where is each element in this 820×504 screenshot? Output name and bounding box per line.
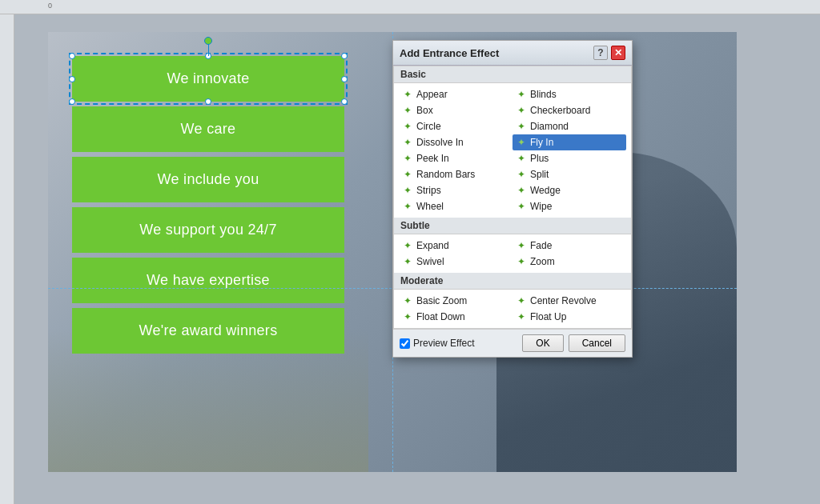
btn-award[interactable]: We're award winners (72, 308, 344, 354)
buttons-stack: We innovate We care We include you We su… (72, 56, 344, 358)
diamond-icon: ✦ (516, 121, 527, 132)
peek-in-icon: ✦ (402, 153, 413, 164)
zoom-label: Zoom (530, 256, 555, 267)
effect-basic-zoom[interactable]: ✦ Basic Zoom (399, 293, 512, 309)
section-moderate-header: Moderate (394, 273, 631, 290)
effect-peek-in[interactable]: ✦ Peek In (399, 150, 512, 166)
basic-zoom-label: Basic Zoom (416, 295, 467, 306)
dialog-titlebar: Add Entrance Effect ? ✕ (393, 41, 632, 66)
effect-wipe[interactable]: ✦ Wipe (512, 198, 626, 214)
strips-icon: ✦ (402, 185, 413, 196)
moderate-effects-grid: ✦ Basic Zoom ✦ Center Revolve ✦ Float Do… (394, 290, 631, 328)
rotation-handle[interactable] (204, 37, 212, 45)
center-revolve-icon: ✦ (516, 295, 527, 306)
plus-label: Plus (530, 153, 549, 164)
effect-wheel[interactable]: ✦ Wheel (399, 198, 512, 214)
effect-blinds[interactable]: ✦ Blinds (512, 86, 626, 102)
effect-dissolve-in[interactable]: ✦ Dissolve In (399, 134, 512, 150)
btn-innovate[interactable]: We innovate (72, 56, 344, 102)
dialog-help-button[interactable]: ? (593, 46, 608, 60)
handle-mid-right[interactable] (341, 76, 348, 82)
dialog-controls: ? ✕ (593, 46, 625, 60)
effect-float-up[interactable]: ✦ Float Up (512, 309, 626, 325)
appear-label: Appear (416, 89, 448, 100)
effect-swivel[interactable]: ✦ Swivel (399, 254, 512, 270)
dissolve-in-icon: ✦ (402, 137, 413, 148)
float-up-label: Float Up (530, 311, 566, 322)
blinds-label: Blinds (530, 89, 557, 100)
checkerboard-icon: ✦ (516, 105, 527, 116)
btn-include[interactable]: We include you (72, 157, 344, 202)
circle-label: Circle (416, 121, 441, 132)
effect-fly-in[interactable]: ✦ Fly In (512, 134, 626, 150)
section-subtle-header: Subtle (394, 218, 631, 234)
split-icon: ✦ (516, 169, 527, 180)
diamond-label: Diamond (530, 121, 569, 132)
handle-bottom-right[interactable] (341, 98, 348, 105)
effect-float-down[interactable]: ✦ Float Down (399, 309, 512, 325)
preview-effect-text: Preview Effect (413, 338, 474, 349)
wipe-icon: ✦ (516, 201, 527, 212)
effect-wedge[interactable]: ✦ Wedge (512, 182, 626, 198)
effect-circle[interactable]: ✦ Circle (399, 118, 512, 134)
basic-effects-grid: ✦ Appear ✦ Blinds ✦ Box ✦ Checkerboard ✦… (394, 83, 631, 218)
effect-expand[interactable]: ✦ Expand (399, 238, 512, 254)
effect-split[interactable]: ✦ Split (512, 166, 626, 182)
effect-fade[interactable]: ✦ Fade (512, 238, 626, 254)
btn-innovate-wrapper: We innovate (72, 56, 344, 102)
handle-bottom-center[interactable] (205, 98, 211, 105)
effect-random-bars[interactable]: ✦ Random Bars (399, 166, 512, 182)
wedge-label: Wedge (530, 185, 561, 196)
handle-mid-left[interactable] (69, 76, 75, 82)
add-entrance-effect-dialog: Add Entrance Effect ? ✕ Basic ✦ Appear ✦… (392, 40, 633, 358)
btn-care[interactable]: We care (72, 106, 344, 152)
center-revolve-label: Center Revolve (530, 295, 597, 306)
handle-bottom-left[interactable] (69, 98, 75, 105)
effect-checkerboard[interactable]: ✦ Checkerboard (512, 102, 626, 118)
ruler-zero-label: 0 (48, 2, 52, 10)
handle-top-left[interactable] (69, 53, 75, 59)
dissolve-in-label: Dissolve In (416, 137, 464, 148)
checkerboard-label: Checkerboard (530, 105, 590, 116)
appear-icon: ✦ (402, 89, 413, 100)
blinds-icon: ✦ (516, 89, 527, 100)
dialog-close-button[interactable]: ✕ (611, 46, 625, 60)
circle-icon: ✦ (402, 121, 413, 132)
ruler-left (0, 14, 14, 504)
preview-effect-checkbox[interactable] (400, 338, 410, 349)
wipe-label: Wipe (530, 201, 552, 212)
section-basic-header: Basic (394, 66, 631, 83)
effect-plus[interactable]: ✦ Plus (512, 150, 626, 166)
footer-buttons: OK Cancel (522, 334, 625, 352)
dialog-effect-list[interactable]: Basic ✦ Appear ✦ Blinds ✦ Box ✦ Checkerb… (393, 66, 632, 329)
fly-in-icon: ✦ (516, 137, 527, 148)
swivel-label: Swivel (416, 256, 444, 267)
ruler-top: 0 (0, 0, 820, 14)
effect-strips[interactable]: ✦ Strips (399, 182, 512, 198)
effect-diamond[interactable]: ✦ Diamond (512, 118, 626, 134)
effect-box[interactable]: ✦ Box (399, 102, 512, 118)
swivel-icon: ✦ (402, 256, 413, 267)
fly-in-label: Fly In (530, 137, 553, 148)
ok-button[interactable]: OK (522, 334, 563, 352)
wheel-label: Wheel (416, 201, 444, 212)
fade-icon: ✦ (516, 240, 527, 251)
box-label: Box (416, 105, 433, 116)
preview-effect-label[interactable]: Preview Effect (400, 338, 474, 349)
handle-top-right[interactable] (341, 53, 348, 59)
basic-zoom-icon: ✦ (402, 295, 413, 306)
effect-appear[interactable]: ✦ Appear (399, 86, 512, 102)
fade-label: Fade (530, 240, 552, 251)
random-bars-icon: ✦ (402, 169, 413, 180)
split-label: Split (530, 169, 549, 180)
effect-zoom[interactable]: ✦ Zoom (512, 254, 626, 270)
btn-expertise[interactable]: We have expertise (72, 258, 344, 303)
subtle-effects-grid: ✦ Expand ✦ Fade ✦ Swivel ✦ Zoom (394, 234, 631, 273)
effect-center-revolve[interactable]: ✦ Center Revolve (512, 293, 626, 309)
expand-label: Expand (416, 240, 449, 251)
cancel-button[interactable]: Cancel (569, 334, 625, 352)
plus-icon: ✦ (516, 153, 527, 164)
wheel-icon: ✦ (402, 201, 413, 212)
btn-support[interactable]: We support you 24/7 (72, 207, 344, 253)
float-down-icon: ✦ (402, 311, 413, 322)
